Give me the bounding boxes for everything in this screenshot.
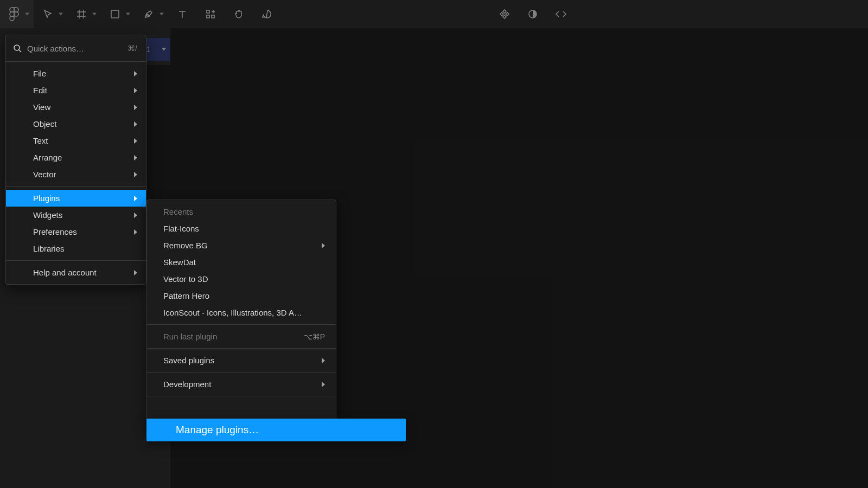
submenu-item-run-last-plugin[interactable]: Run last plugin⌥⌘P xyxy=(147,328,336,345)
menu-item-view[interactable]: View xyxy=(6,99,146,115)
chevron-right-icon xyxy=(322,382,325,387)
chevron-right-icon xyxy=(134,138,137,144)
submenu-item-flat-icons[interactable]: Flat-Icons xyxy=(147,220,336,237)
menu-item-plugins[interactable]: Plugins xyxy=(6,190,146,207)
page-number-label: 1 xyxy=(146,45,151,54)
svg-rect-10 xyxy=(207,15,209,18)
cursor-icon xyxy=(43,9,53,19)
submenu-separator xyxy=(147,324,336,325)
component-icon xyxy=(499,9,510,20)
submenu-separator xyxy=(147,372,336,373)
submenu-item-vector-to-3d[interactable]: Vector to 3D xyxy=(147,271,336,287)
chevron-right-icon xyxy=(134,121,137,127)
chevron-right-icon xyxy=(134,71,137,76)
plugins-submenu: Recents Flat-Icons Remove BG SkewDat Vec… xyxy=(146,200,336,422)
chevron-right-icon xyxy=(322,358,325,363)
caret-down-icon xyxy=(126,13,130,16)
chevron-right-icon xyxy=(134,229,137,235)
submenu-item-development[interactable]: Development xyxy=(147,376,336,393)
menu-item-libraries[interactable]: Libraries xyxy=(6,240,146,257)
submenu-recents-header: Recents xyxy=(147,203,336,220)
chevron-right-icon xyxy=(134,155,137,160)
svg-rect-11 xyxy=(212,15,214,18)
caret-down-icon xyxy=(92,13,97,16)
menu-item-file[interactable]: File xyxy=(6,65,146,82)
toolbar-left-group xyxy=(0,0,281,28)
submenu-item-pattern-hero[interactable]: Pattern Hero xyxy=(147,287,336,304)
svg-point-0 xyxy=(14,12,18,16)
resources-tool-button[interactable] xyxy=(196,0,225,28)
chevron-right-icon xyxy=(134,88,137,93)
chevron-right-icon xyxy=(134,213,137,218)
menu-separator xyxy=(6,260,146,261)
comment-icon xyxy=(261,9,272,20)
quick-actions-placeholder: Quick actions… xyxy=(27,44,122,53)
caret-down-icon xyxy=(25,13,29,16)
frame-icon xyxy=(76,9,86,19)
submenu-shortcut: ⌥⌘P xyxy=(304,332,325,341)
top-toolbar xyxy=(0,0,868,28)
rectangle-icon xyxy=(110,9,120,19)
hand-icon xyxy=(234,9,244,19)
menu-item-help[interactable]: Help and account xyxy=(6,264,146,281)
components-button[interactable] xyxy=(490,0,519,28)
caret-down-icon xyxy=(162,48,166,51)
submenu-item-saved-plugins[interactable]: Saved plugins xyxy=(147,352,336,369)
shape-tool-button[interactable] xyxy=(101,0,135,28)
menu-item-widgets[interactable]: Widgets xyxy=(6,207,146,223)
toolbar-right-group xyxy=(490,0,868,28)
menu-separator xyxy=(6,61,146,62)
svg-point-15 xyxy=(14,45,20,50)
menu-separator xyxy=(6,186,146,187)
pen-tool-button[interactable] xyxy=(135,0,168,28)
comment-tool-button[interactable] xyxy=(253,0,281,28)
search-icon xyxy=(14,44,22,53)
caret-down-icon xyxy=(159,13,164,16)
frame-tool-button[interactable] xyxy=(67,0,101,28)
submenu-item-iconscout[interactable]: IconScout - Icons, Illustrations, 3D A… xyxy=(147,304,336,321)
menu-item-preferences[interactable]: Preferences xyxy=(6,223,146,240)
submenu-item-skewdat[interactable]: SkewDat xyxy=(147,254,336,271)
code-icon xyxy=(555,9,567,19)
half-circle-icon xyxy=(527,9,538,20)
grid-plus-icon xyxy=(206,9,215,19)
dev-mode-button[interactable] xyxy=(547,0,575,28)
menu-item-edit[interactable]: Edit xyxy=(6,82,146,99)
chevron-right-icon xyxy=(322,243,325,248)
move-tool-button[interactable] xyxy=(34,0,67,28)
menu-item-vector[interactable]: Vector xyxy=(6,166,146,183)
dark-mode-button[interactable] xyxy=(519,0,547,28)
chevron-right-icon xyxy=(134,172,137,177)
quick-actions-row[interactable]: Quick actions… ⌘/ xyxy=(6,38,146,58)
quick-actions-shortcut: ⌘/ xyxy=(127,44,137,53)
chevron-right-icon xyxy=(134,270,137,275)
submenu-item-remove-bg[interactable]: Remove BG xyxy=(147,237,336,254)
app-menu-button[interactable] xyxy=(0,0,34,28)
submenu-separator xyxy=(147,348,336,349)
svg-line-16 xyxy=(19,50,21,52)
pen-icon xyxy=(144,9,154,19)
manage-plugins-label: Manage plugins… xyxy=(176,424,259,436)
text-tool-button[interactable] xyxy=(168,0,196,28)
submenu-item-manage-plugins[interactable]: Manage plugins… xyxy=(146,419,406,441)
menu-item-arrange[interactable]: Arrange xyxy=(6,149,146,166)
svg-rect-5 xyxy=(111,10,119,18)
hand-tool-button[interactable] xyxy=(225,0,253,28)
main-menu: Quick actions… ⌘/ File Edit View Object … xyxy=(5,35,146,285)
text-icon xyxy=(177,9,187,19)
caret-down-icon xyxy=(59,13,63,16)
svg-rect-9 xyxy=(207,10,209,13)
submenu-separator xyxy=(147,396,336,396)
svg-point-6 xyxy=(147,15,149,16)
chevron-right-icon xyxy=(134,196,137,201)
chevron-right-icon xyxy=(134,105,137,110)
figma-logo-icon xyxy=(9,7,19,21)
menu-item-text[interactable]: Text xyxy=(6,132,146,149)
menu-item-object[interactable]: Object xyxy=(6,115,146,132)
